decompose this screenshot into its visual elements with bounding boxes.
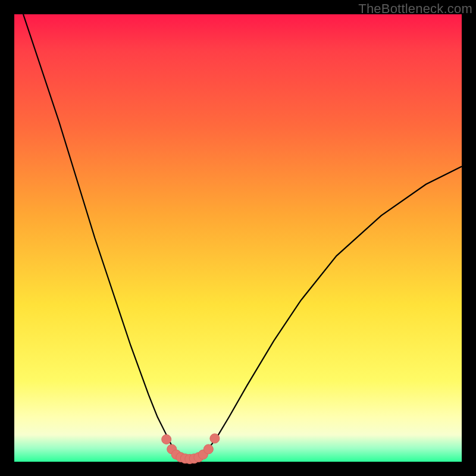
curve-marker <box>162 434 171 444</box>
chart-svg <box>14 14 462 462</box>
bottleneck-curve <box>23 14 462 459</box>
chart-frame <box>14 14 462 462</box>
curve-marker <box>210 434 220 443</box>
curve-marker <box>203 444 213 454</box>
watermark-text: TheBottleneck.com <box>358 1 472 17</box>
curve-minimum-markers <box>162 434 220 464</box>
